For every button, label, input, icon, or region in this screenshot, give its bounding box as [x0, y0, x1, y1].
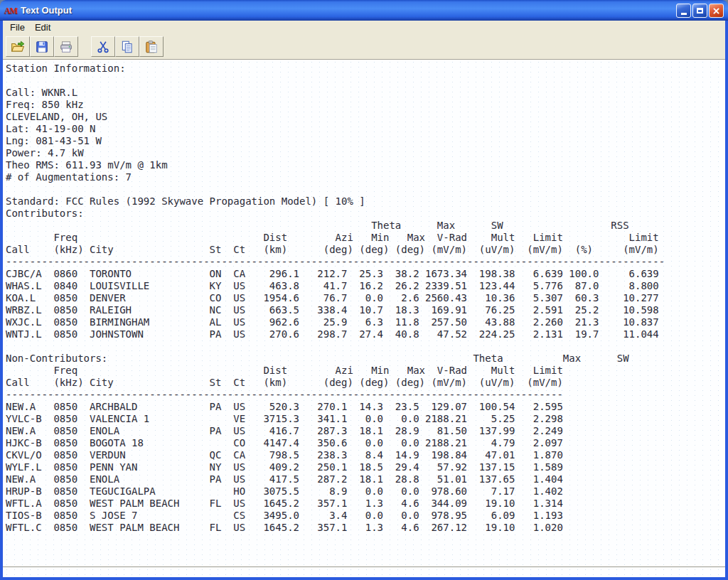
copy-button[interactable]: [115, 36, 139, 57]
window-title: Text Output: [21, 5, 676, 16]
scissors-icon: [96, 40, 110, 54]
minimize-icon: [681, 13, 687, 15]
paste-clipboard-icon: [144, 40, 159, 54]
print-button[interactable]: [54, 36, 78, 57]
save-button[interactable]: [30, 36, 54, 57]
text-output-window: AM Text Output × File Edit: [0, 0, 728, 580]
output-text[interactable]: Station Information: Call: WKNR.L Freq: …: [3, 60, 725, 534]
menu-item-file[interactable]: File: [5, 21, 30, 33]
open-folder-icon: [11, 40, 25, 54]
window-body: File Edit: [0, 21, 728, 580]
text-output-area[interactable]: Station Information: Call: WKNR.L Freq: …: [3, 60, 725, 566]
printer-icon: [59, 40, 73, 54]
am-app-icon[interactable]: AM: [4, 6, 17, 16]
close-button[interactable]: ×: [709, 4, 724, 18]
maximize-button[interactable]: [692, 4, 707, 18]
cut-button[interactable]: [91, 36, 115, 57]
copy-pages-icon: [120, 40, 134, 54]
window-controls: ×: [676, 4, 724, 18]
maximize-icon: [697, 8, 703, 14]
minimize-button[interactable]: [676, 4, 691, 18]
menu-bar: File Edit: [3, 21, 725, 34]
toolbar: [3, 34, 725, 60]
close-icon: ×: [712, 6, 721, 16]
save-floppy-icon: [35, 40, 49, 54]
paste-button[interactable]: [139, 36, 164, 57]
title-bar[interactable]: AM Text Output ×: [0, 0, 728, 21]
bottom-panel: [3, 567, 725, 577]
open-button[interactable]: [6, 36, 30, 57]
menu-item-edit[interactable]: Edit: [30, 21, 55, 33]
